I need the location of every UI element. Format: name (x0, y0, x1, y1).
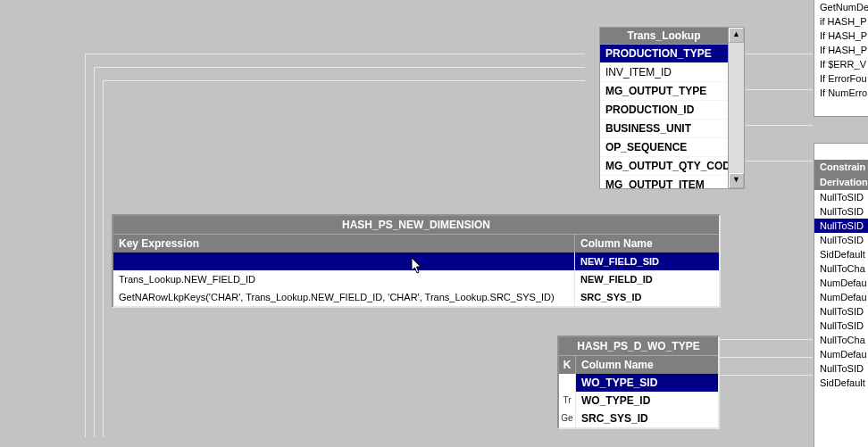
list-item[interactable]: NullToCha (814, 333, 868, 347)
list-item[interactable]: OP_SEQUENCE (600, 138, 728, 157)
col-key-short[interactable]: K (559, 356, 576, 374)
cell-col[interactable]: SRC_SYS_ID (576, 410, 718, 427)
hash-new-dimension-table[interactable]: HASH_PS_NEW_DIMENSION Key Expression Col… (112, 214, 721, 308)
scroll-down-button[interactable]: ▼ (729, 173, 744, 188)
table-title: HASH_PS_NEW_DIMENSION (113, 216, 719, 234)
list-item[interactable]: NullToSID (814, 233, 868, 247)
list-item[interactable]: NullToSID (814, 361, 868, 376)
list-item[interactable]: GetNumDe (814, 0, 868, 14)
cell-col[interactable]: SRC_SYS_ID (575, 288, 719, 306)
list-item[interactable]: SidDefault (814, 376, 868, 390)
derivation-header[interactable]: Derivation (814, 175, 868, 190)
right-bottom-panel[interactable]: Constrain Derivation NullToSID NullToSID… (814, 143, 868, 447)
list-item[interactable]: if HASH_P (814, 14, 868, 29)
cell-k[interactable]: Tr (559, 392, 576, 410)
cell-k[interactable] (559, 374, 576, 392)
right-top-panel[interactable]: GetNumDe if HASH_P If HASH_P If HASH_P I… (814, 0, 868, 117)
list-item[interactable]: MG_OUTPUT_QTY_COD (600, 157, 728, 176)
table-row[interactable]: Ge SRC_SYS_ID (559, 410, 718, 427)
column-headers: K Column Name (559, 355, 718, 374)
cell-col[interactable]: NEW_FIELD_ID (575, 270, 719, 288)
list-item[interactable]: NullToSID (814, 219, 868, 233)
trans-lookup-scrollbar[interactable]: ▲ ▼ (728, 27, 745, 189)
list-item[interactable]: If HASH_P (814, 29, 868, 43)
list-item[interactable]: SidDefault (814, 247, 868, 261)
table-row[interactable]: NEW_FIELD_SID (113, 252, 719, 270)
table-row[interactable]: Trans_Lookup.NEW_FIELD_ID NEW_FIELD_ID (113, 270, 719, 288)
list-item[interactable]: NumDefau (814, 347, 868, 361)
list-item[interactable]: If NumErro (814, 86, 868, 100)
list-item[interactable]: MG_OUTPUT_ITEM (600, 176, 728, 189)
cell-col[interactable]: NEW_FIELD_SID (575, 252, 719, 270)
list-item[interactable]: MG_OUTPUT_TYPE (600, 82, 728, 101)
constraint-header[interactable]: Constrain (814, 160, 868, 175)
list-item[interactable]: INV_ITEM_ID (600, 63, 728, 82)
cell-col[interactable]: WO_TYPE_ID (576, 392, 718, 410)
table-row[interactable]: GetNARowLkpKeys('CHAR', Trans_Lookup.NEW… (113, 288, 719, 306)
list-item[interactable]: NullToSID (814, 304, 868, 319)
cell-k[interactable]: Ge (559, 410, 576, 427)
col-column-name[interactable]: Column Name (575, 235, 719, 252)
list-item[interactable]: NumDefau (814, 290, 868, 304)
cell-key[interactable]: Trans_Lookup.NEW_FIELD_ID (113, 270, 575, 288)
hash-wo-type-table[interactable]: HASH_PS_D_WO_TYPE K Column Name WO_TYPE_… (557, 335, 720, 429)
cell-key[interactable] (113, 252, 575, 270)
table-title: HASH_PS_D_WO_TYPE (559, 337, 718, 355)
list-item[interactable]: NullToCha (814, 261, 868, 276)
list-item[interactable]: NullToSID (814, 319, 868, 333)
cell-key[interactable]: GetNARowLkpKeys('CHAR', Trans_Lookup.NEW… (113, 288, 575, 306)
list-item[interactable]: NullToSID (814, 190, 868, 204)
column-headers: Key Expression Column Name (113, 234, 719, 252)
table-row[interactable]: WO_TYPE_SID (559, 374, 718, 392)
list-item[interactable]: NumDefau (814, 276, 868, 290)
list-item[interactable]: NullToSID (814, 204, 868, 219)
col-column-name[interactable]: Column Name (576, 356, 718, 374)
list-item[interactable]: If HASH_P (814, 43, 868, 57)
trans-lookup-title: Trans_Lookup (599, 27, 729, 45)
list-item[interactable]: PRODUCTION_TYPE (600, 45, 728, 63)
col-key-expression[interactable]: Key Expression (113, 235, 575, 252)
table-row[interactable]: Tr WO_TYPE_ID (559, 392, 718, 410)
list-item[interactable]: BUSINESS_UNIT (600, 120, 728, 138)
trans-lookup-list[interactable]: PRODUCTION_TYPE INV_ITEM_ID MG_OUTPUT_TY… (599, 44, 729, 189)
cell-col[interactable]: WO_TYPE_SID (576, 374, 718, 392)
list-item[interactable]: If $ERR_V (814, 57, 868, 71)
list-item[interactable]: If ErrorFou (814, 71, 868, 86)
list-item[interactable]: PRODUCTION_ID (600, 101, 728, 120)
scroll-up-button[interactable]: ▲ (729, 28, 744, 43)
